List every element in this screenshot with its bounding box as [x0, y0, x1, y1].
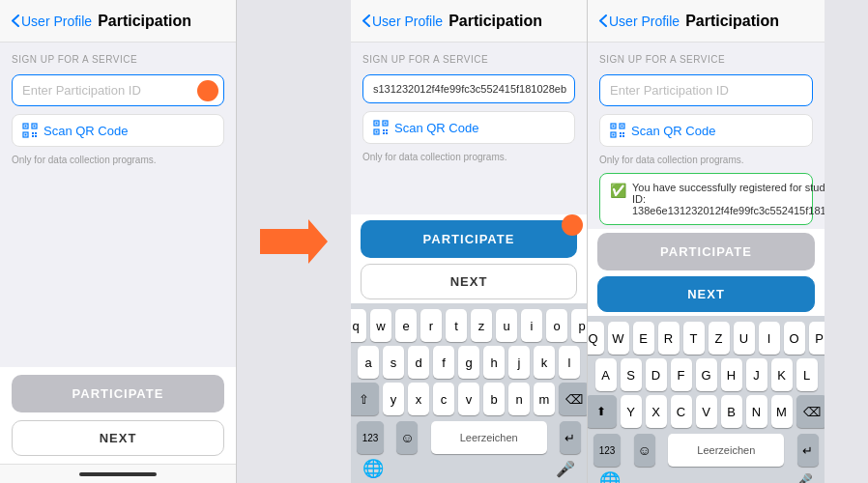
keyboard-row2-2: a s d f g h j k l	[353, 346, 585, 379]
key-c[interactable]: c	[433, 383, 454, 415]
input-placeholder-1: Enter Participation ID	[22, 83, 141, 98]
key-m[interactable]: m	[534, 383, 555, 415]
key-R[interactable]: R	[658, 322, 680, 355]
num-key-3[interactable]: 123	[593, 434, 621, 467]
key-q[interactable]: q	[351, 309, 366, 342]
mic-key-2[interactable]: 🎤	[556, 460, 575, 478]
key-I[interactable]: I	[759, 322, 780, 355]
scan-qr-button-1[interactable]: Scan QR Code	[12, 114, 224, 147]
key-W[interactable]: W	[608, 322, 629, 355]
key-i[interactable]: i	[521, 309, 542, 342]
return-key-2[interactable]: ↵	[560, 421, 581, 454]
key-k[interactable]: k	[534, 346, 555, 379]
back-label-2: User Profile	[372, 14, 443, 29]
next-button-3[interactable]: NEXT	[597, 276, 815, 312]
globe-key-3[interactable]: 🌐	[599, 470, 621, 483]
key-w[interactable]: w	[370, 309, 391, 342]
svg-rect-24	[622, 126, 623, 128]
space-key-2[interactable]: Leerzeichen	[431, 421, 547, 454]
key-u[interactable]: u	[496, 309, 517, 342]
key-F[interactable]: F	[671, 358, 692, 391]
shift-key-2[interactable]: ⇧	[351, 383, 379, 415]
emoji-key-3[interactable]: ☺	[634, 434, 655, 467]
bottom-bar-1	[0, 464, 236, 483]
key-B[interactable]: B	[721, 395, 742, 428]
key-C[interactable]: C	[671, 395, 692, 428]
svg-rect-14	[385, 123, 387, 125]
back-button-1[interactable]: User Profile	[12, 14, 92, 29]
back-button-3[interactable]: User Profile	[599, 14, 680, 29]
svg-rect-7	[35, 132, 37, 134]
key-a[interactable]: a	[358, 346, 379, 379]
key-y[interactable]: y	[383, 383, 404, 415]
participate-button-3[interactable]: PARTICIPATE	[597, 233, 815, 270]
mic-key-3[interactable]: 🎤	[794, 472, 813, 484]
svg-rect-3	[34, 126, 36, 128]
key-J[interactable]: J	[746, 358, 767, 391]
key-Y[interactable]: Y	[621, 395, 642, 428]
key-n[interactable]: n	[508, 383, 530, 415]
key-x[interactable]: x	[408, 383, 429, 415]
shift-key-3[interactable]: ⬆	[588, 395, 617, 428]
key-h[interactable]: h	[483, 346, 505, 379]
next-button-2[interactable]: NEXT	[361, 264, 577, 299]
key-V[interactable]: V	[696, 395, 717, 428]
nav-bar-2: User Profile Participation	[351, 0, 587, 43]
key-j[interactable]: j	[508, 346, 530, 379]
key-f[interactable]: f	[433, 346, 454, 379]
key-s[interactable]: s	[383, 346, 404, 379]
key-e[interactable]: e	[395, 309, 417, 342]
key-g[interactable]: g	[458, 346, 479, 379]
key-L[interactable]: L	[796, 358, 818, 391]
delete-key-3[interactable]: ⌫	[796, 395, 825, 428]
key-O[interactable]: O	[784, 322, 805, 355]
key-N[interactable]: N	[746, 395, 767, 428]
return-key-3[interactable]: ↵	[797, 434, 819, 467]
delete-key-2[interactable]: ⌫	[559, 383, 588, 415]
num-key-2[interactable]: 123	[357, 421, 384, 454]
key-P[interactable]: P	[809, 322, 825, 355]
section-label-2: SIGN UP FOR A SERVICE	[362, 54, 575, 65]
key-Z[interactable]: Z	[709, 322, 730, 355]
participate-button-2[interactable]: PARTICIPATE	[361, 220, 577, 258]
svg-rect-18	[386, 129, 388, 131]
key-z[interactable]: z	[471, 309, 492, 342]
keyboard-bottom-2: 123 ☺ Leerzeichen ↵	[353, 419, 585, 456]
svg-rect-30	[622, 135, 624, 137]
key-X[interactable]: X	[646, 395, 667, 428]
space-key-3[interactable]: Leerzeichen	[668, 434, 784, 467]
key-r[interactable]: r	[420, 309, 442, 342]
participation-id-input-3[interactable]: Enter Participation ID	[599, 74, 813, 106]
key-Q[interactable]: Q	[588, 322, 604, 355]
key-K[interactable]: K	[771, 358, 793, 391]
key-H[interactable]: H	[721, 358, 742, 391]
nav-bar-3: User Profile Participation	[588, 0, 825, 43]
svg-rect-28	[622, 132, 624, 134]
key-b[interactable]: b	[483, 383, 505, 415]
scan-qr-button-3[interactable]: Scan QR Code	[599, 114, 813, 147]
key-t[interactable]: t	[446, 309, 467, 342]
participation-id-input-2[interactable]: s131232012f4fe99fc3c552415f181028eb	[362, 74, 575, 103]
key-l[interactable]: l	[559, 346, 580, 379]
key-d[interactable]: d	[408, 346, 429, 379]
key-A[interactable]: A	[595, 358, 617, 391]
key-E[interactable]: E	[633, 322, 654, 355]
key-M[interactable]: M	[771, 395, 793, 428]
key-v[interactable]: v	[458, 383, 479, 415]
emoji-key-2[interactable]: ☺	[396, 421, 418, 454]
key-G[interactable]: G	[696, 358, 717, 391]
key-T[interactable]: T	[683, 322, 705, 355]
keyboard-row2-3: A S D F G H J K L	[590, 358, 823, 391]
globe-key-2[interactable]: 🌐	[362, 458, 384, 479]
scan-qr-button-2[interactable]: Scan QR Code	[362, 111, 575, 144]
key-o[interactable]: o	[546, 309, 567, 342]
key-D[interactable]: D	[646, 358, 667, 391]
key-U[interactable]: U	[734, 322, 755, 355]
back-button-2[interactable]: User Profile	[362, 14, 443, 29]
key-S[interactable]: S	[621, 358, 642, 391]
chevron-left-icon-3	[599, 14, 607, 27]
next-button-1[interactable]: NEXT	[12, 420, 224, 456]
key-p[interactable]: p	[571, 309, 588, 342]
participate-button-1[interactable]: PARTICIPATE	[12, 375, 224, 412]
participation-id-input-1[interactable]: Enter Participation ID	[12, 74, 224, 106]
